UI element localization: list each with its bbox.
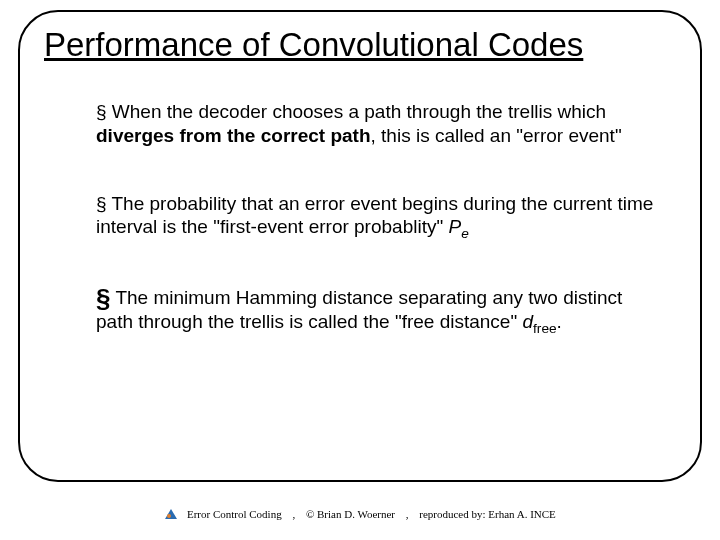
footer-sep: ,	[398, 508, 417, 520]
bullet-text-pre: The probability that an error event begi…	[96, 193, 653, 238]
bullet-2: § The probability that an error event be…	[96, 192, 660, 243]
bullet-text-post: .	[557, 311, 562, 332]
bullet-marker: §	[96, 193, 107, 214]
bullet-marker: §	[96, 101, 107, 122]
bullet-3: § The minimum Hamming distance separatin…	[96, 286, 660, 337]
footer-c: reproduced by: Erhan A. INCE	[419, 508, 556, 520]
var-p-sub: e	[461, 226, 469, 241]
logo-icon	[164, 508, 178, 520]
var-d-sub: free	[533, 321, 557, 336]
slide-body: § When the decoder chooses a path throug…	[96, 100, 660, 337]
slide: Performance of Convolutional Codes § Whe…	[0, 0, 720, 540]
var-p: P	[448, 216, 461, 237]
bullet-1: § When the decoder chooses a path throug…	[96, 100, 660, 148]
bullet-marker: §	[96, 283, 110, 313]
slide-footer: Error Control Coding , © Brian D. Woerne…	[0, 508, 720, 520]
bullet-text-post: , this is called an "error event"	[371, 125, 622, 146]
footer-b: © Brian D. Woerner	[306, 508, 395, 520]
slide-title: Performance of Convolutional Codes	[44, 26, 583, 64]
bullet-text-pre: When the decoder chooses a path through …	[107, 101, 607, 122]
footer-sep: ,	[284, 508, 303, 520]
footer-a: Error Control Coding	[187, 508, 282, 520]
var-d: d	[522, 311, 533, 332]
svg-point-0	[167, 514, 171, 518]
bullet-bold: diverges from the correct path	[96, 125, 371, 146]
